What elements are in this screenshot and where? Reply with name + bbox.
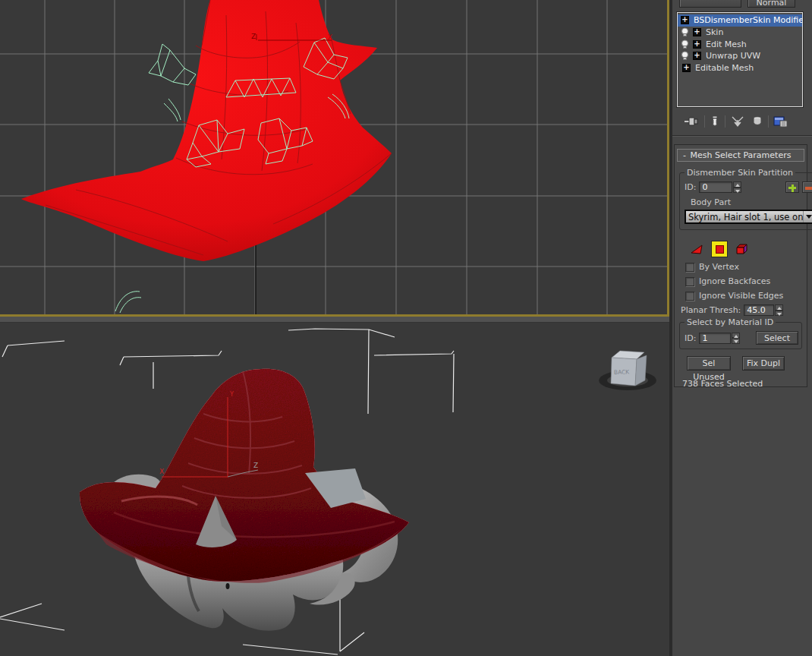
axis-z-label: Z — [251, 33, 256, 40]
lightbulb-icon[interactable] — [681, 39, 689, 49]
rollout-header[interactable]: - Mesh Select Parameters — [677, 149, 804, 162]
modifier-stack-list: + BSDismemberSkin Modifie + Skin + Edit … — [677, 12, 803, 107]
material-id-label: ID: — [685, 333, 696, 343]
stack-item-label: Skin — [706, 27, 723, 37]
viewcube-back-face-label: BACK — [614, 368, 631, 376]
command-panel: Normal + BSDismemberSkin Modifie + Skin … — [672, 0, 812, 656]
body-part-selected-value: Skyrim, Hair slot 1, use on — [686, 212, 803, 222]
viewcube[interactable]: BACK — [599, 351, 656, 390]
lightbulb-icon[interactable] — [681, 51, 689, 61]
by-vertex-row: By Vertex — [685, 262, 807, 272]
axis-x-label: X — [328, 33, 332, 41]
stack-item-edit-mesh[interactable]: + Edit Mesh — [678, 38, 802, 50]
faces-selected-status: 738 Faces Selected — [682, 379, 807, 389]
rollout-title: Mesh Select Parameters — [691, 150, 792, 160]
viewport-bottom-perspective[interactable]: X Y Z BACK — [0, 323, 671, 656]
by-vertex-label: By Vertex — [699, 262, 739, 272]
modifier-stack-toolbar — [675, 112, 809, 131]
material-id-field[interactable]: 1 — [699, 333, 731, 344]
group-title: Dismember Skin Partition — [685, 168, 795, 178]
viewport-top-front[interactable]: Z X — [0, 0, 668, 314]
ignore-backfaces-checkbox[interactable] — [685, 277, 694, 286]
group-title: Select by Material ID — [685, 317, 776, 327]
polygon-mode-button-active[interactable] — [711, 241, 728, 257]
expand-icon[interactable]: + — [693, 40, 701, 49]
polygon-mode-icon — [716, 245, 724, 254]
body-part-dropdown[interactable]: Skyrim, Hair slot 1, use on — [685, 210, 812, 224]
subobject-mode-row — [690, 241, 807, 257]
ignore-visible-edges-label: Ignore Visible Edges — [699, 291, 783, 301]
axis-x-label: X — [159, 468, 164, 475]
collapse-icon[interactable]: - — [683, 150, 686, 161]
viewport-bottom-canvas: X Y Z BACK — [0, 323, 671, 656]
sel-unused-button[interactable]: Sel Unused — [687, 356, 731, 371]
partition-id-field[interactable]: 0 — [699, 181, 732, 193]
fix-dupl-button[interactable]: Fix Dupl — [742, 356, 785, 371]
lightbulb-icon[interactable] — [681, 27, 689, 37]
face-mode-icon[interactable] — [690, 244, 704, 255]
viewport-splitter[interactable] — [0, 317, 671, 323]
body-part-label: Body Part — [691, 197, 731, 207]
configure-modifier-sets-icon[interactable] — [773, 115, 788, 128]
expand-icon[interactable]: + — [693, 28, 701, 36]
stack-item-label: Edit Mesh — [706, 39, 747, 49]
stack-item-label: BSDismemberSkin Modifie — [694, 15, 802, 25]
stack-item-unwrap-uvw[interactable]: + Unwrap UVW — [678, 50, 802, 62]
panel-groove — [672, 135, 812, 137]
material-id-spinner[interactable] — [732, 333, 740, 344]
modifier-button-partial[interactable] — [679, 0, 741, 8]
stack-item-editable-mesh[interactable]: + Editable Mesh — [678, 62, 802, 74]
expand-icon[interactable]: + — [681, 16, 689, 24]
partition-id-label: ID: — [685, 182, 696, 192]
pin-stack-icon[interactable] — [683, 115, 700, 128]
stack-item-bsdismemberskin[interactable]: + BSDismemberSkin Modifie — [678, 14, 802, 27]
show-end-result-icon[interactable] — [710, 115, 720, 128]
ignore-backfaces-row: Ignore Backfaces — [685, 276, 807, 286]
3dsmax-window: Z X — [0, 0, 812, 656]
select-button[interactable]: Select — [756, 331, 798, 345]
normal-modifier-button[interactable]: Normal — [747, 0, 795, 8]
hat-mesh-top-view — [21, 0, 392, 261]
ignore-backfaces-label: Ignore Backfaces — [699, 276, 770, 286]
planar-thresh-field[interactable]: 45.0 — [744, 304, 774, 316]
stack-item-label: Unwrap UVW — [706, 51, 760, 61]
utility-buttons-row: Sel Unused Fix Dupl — [687, 356, 807, 371]
add-partition-button[interactable] — [785, 181, 799, 193]
axis-y-label: Y — [229, 391, 234, 398]
make-unique-icon[interactable] — [730, 115, 745, 128]
planar-thresh-spinner[interactable] — [775, 304, 783, 316]
expand-icon[interactable]: + — [682, 64, 691, 72]
expand-icon[interactable]: + — [693, 52, 701, 60]
stack-item-label: Editable Mesh — [695, 63, 754, 73]
mesh-select-parameters-rollout: - Mesh Select Parameters Dismember Skin … — [674, 144, 807, 387]
dropdown-arrow-icon[interactable] — [803, 211, 812, 222]
viewport-top-canvas: Z X — [0, 0, 668, 314]
axis-z-label: Z — [253, 462, 258, 469]
element-mode-icon[interactable] — [735, 243, 749, 256]
partition-id-spinner[interactable] — [733, 181, 741, 193]
ignore-visible-edges-checkbox[interactable] — [685, 292, 694, 301]
planar-thresh-label: Planar Thresh: — [681, 305, 741, 315]
stack-item-skin[interactable]: + Skin — [678, 27, 802, 39]
ignore-visible-edges-row: Ignore Visible Edges — [685, 291, 807, 301]
remove-partition-button[interactable] — [802, 181, 812, 193]
remove-modifier-icon[interactable] — [751, 115, 763, 128]
select-by-material-id-group: Select by Material ID ID: 1 Select — [679, 317, 802, 349]
by-vertex-checkbox[interactable] — [685, 263, 694, 272]
dismember-skin-partition-group: Dismember Skin Partition ID: 0 Body Part… — [679, 168, 812, 230]
